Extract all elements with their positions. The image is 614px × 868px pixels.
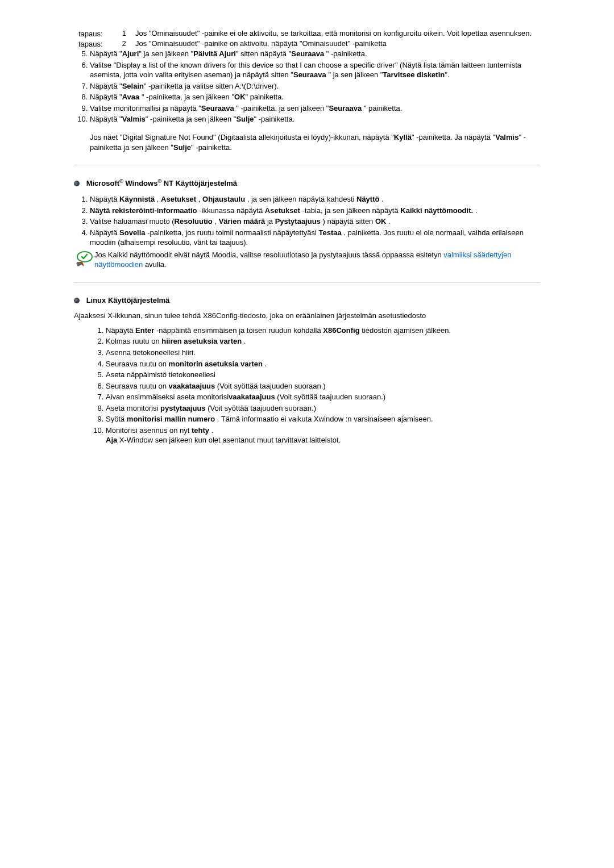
linux-step-5: Aseta näppäimistö tietokoneellesi xyxy=(106,370,540,380)
xp-step-6: Valitse "Display a list of the known dri… xyxy=(90,60,540,80)
nt-title-rest: NT Käyttöjärjestelmä xyxy=(161,179,237,187)
case-1-text: Jos "Ominaisuudet" -painike ei ole aktiv… xyxy=(135,28,540,39)
nt-step-4: Näpäytä Sovella -painiketta, jos ruutu t… xyxy=(90,228,540,248)
linux-step-4: Seuraava ruutu on monitorin asetuksia va… xyxy=(106,359,540,369)
linux-step-8: Aseta monitorisi pystytaajuus (Voit syöt… xyxy=(106,403,540,414)
nt-steps-list: Näpäytä Käynnistä , Asetukset , Ohjausta… xyxy=(74,194,540,248)
linux-step-6: Seuraava ruutu on vaakataajuus (Voit syö… xyxy=(106,381,540,391)
linux-step-10: Monitorisi asennus on nyt tehty . Aja X-… xyxy=(106,425,540,445)
reg-mark-1: ® xyxy=(119,178,123,184)
linux-heading: Linux Käyttöjärjestelmä xyxy=(74,295,540,306)
nt-heading: Microsoft® Windows® NT Käyttöjärjestelmä xyxy=(74,178,540,189)
note-icon xyxy=(74,250,94,268)
linux-step-2: Kolmas ruutu on hiiren asetuksia varten … xyxy=(106,336,540,347)
bullet-icon xyxy=(74,181,80,186)
case-1-row: 1 Jos "Ominaisuudet" -painike ei ole akt… xyxy=(113,28,540,39)
linux-title: Linux Käyttöjärjestelmä xyxy=(86,296,170,304)
linux-step-9: Syötä monitorisi mallin numero . Tämä in… xyxy=(106,414,540,424)
case-2-number: 2 xyxy=(113,39,135,49)
case-1-label: tapaus: xyxy=(78,29,110,39)
linux-intro: Ajaaksesi X-ikkunan, sinun tulee tehdä X… xyxy=(74,311,540,321)
nt-step-2: Näytä rekisteröinti-informaatio -ikkunas… xyxy=(90,206,540,216)
xp-steps-list: Näpäytä "Ajuri" ja sen jälkeen "Päivitä … xyxy=(74,49,540,124)
case-2-text: Jos "Ominaisuudet" -painike on aktivoitu… xyxy=(135,39,540,49)
bullet-icon xyxy=(74,298,80,303)
xp-cases-block: 1 Jos "Ominaisuudet" -painike ei ole akt… xyxy=(74,28,540,49)
linux-steps-list: Näpäytä Enter -näppäintä ensimmäisen ja … xyxy=(90,326,540,445)
nt-step-3: Valitse haluamasi muoto (Resoluutio , Vä… xyxy=(90,216,540,227)
nt-step-1: Näpäytä Käynnistä , Asetukset , Ohjausta… xyxy=(90,194,540,205)
linux-step-1: Näpäytä Enter -näppäintä ensimmäisen ja … xyxy=(106,326,540,336)
nt-note-row: Jos Kaikki näyttömoodit eivät näytä Mood… xyxy=(74,250,540,270)
case-2-label: tapaus: xyxy=(78,39,110,49)
divider-2 xyxy=(74,282,540,283)
xp-step-8: Näpäytä "Avaa " -painiketta, ja sen jälk… xyxy=(90,92,540,102)
case-1-number: 1 xyxy=(113,28,135,39)
xp-post-note: Jos näet "Digital Signature Not Found" (… xyxy=(74,132,540,152)
divider-1 xyxy=(74,165,540,165)
xp-step-9: Valitse monitorimallisi ja näpäytä "Seur… xyxy=(90,103,540,114)
linux-step-3: Asenna tietokoneellesi hiiri. xyxy=(106,348,540,358)
nt-title-ms: Microsoft xyxy=(86,179,120,187)
case-2-row: 2 Jos "Ominaisuudet" -painike on aktivoi… xyxy=(113,39,540,49)
xp-step-7: Näpäytä "Selain" -painiketta ja valitse … xyxy=(90,81,540,91)
xp-step-10: Näpäytä "Valmis" -painiketta ja sen jälk… xyxy=(90,114,540,124)
linux-step-7: Aivan ensimmäiseksi aseta monitorisivaak… xyxy=(106,392,540,402)
nt-note-text: Jos Kaikki näyttömoodit eivät näytä Mood… xyxy=(94,250,540,270)
xp-step-5: Näpäytä "Ajuri" ja sen jälkeen "Päivitä … xyxy=(90,49,540,59)
nt-title-win: Windows xyxy=(123,179,158,187)
